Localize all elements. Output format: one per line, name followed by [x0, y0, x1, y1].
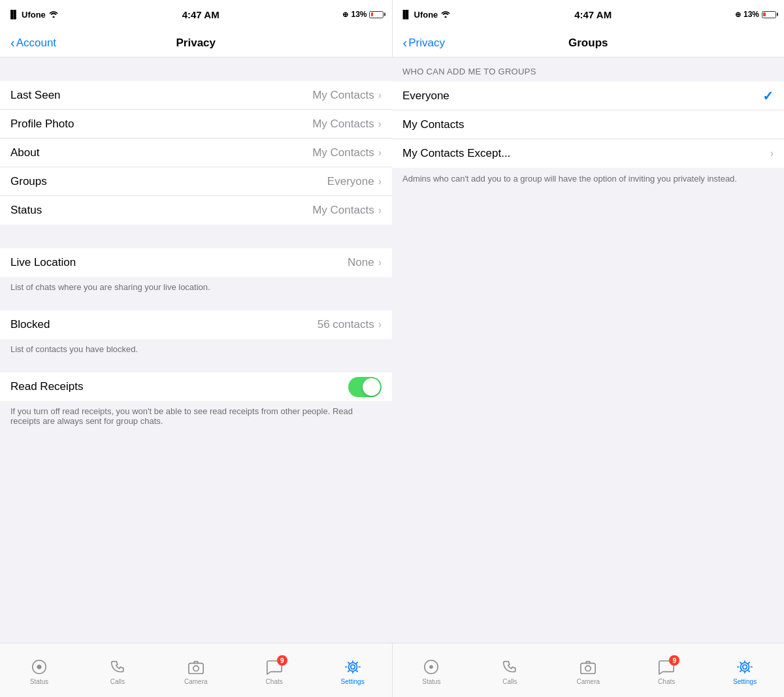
groups-row[interactable]: Groups Everyone ›: [0, 167, 392, 196]
right-tab-chats[interactable]: 9 Chats: [627, 658, 706, 685]
status-value: My Contacts: [312, 204, 374, 217]
last-seen-label: Last Seen: [10, 89, 61, 102]
blocked-value-wrapper: 56 contacts ›: [318, 318, 382, 331]
left-back-button[interactable]: ‹ Account: [10, 37, 56, 50]
read-receipts-toggle[interactable]: [348, 377, 382, 397]
right-nav-title: Groups: [568, 37, 608, 50]
live-location-value-wrapper: None ›: [348, 256, 382, 269]
about-value: My Contacts: [312, 146, 374, 159]
my-contacts-except-label: My Contacts Except...: [402, 147, 510, 160]
left-chats-badge: 9: [277, 655, 287, 666]
right-tab-status[interactable]: Status: [393, 658, 471, 685]
right-location-icon: ⊕: [735, 10, 741, 19]
right-wifi-icon: [440, 10, 451, 20]
groups-value: Everyone: [327, 175, 374, 188]
profile-photo-label: Profile Photo: [10, 118, 74, 131]
blocked-value: 56 contacts: [318, 318, 374, 331]
top-spacer-left: [0, 57, 392, 69]
profile-photo-row[interactable]: Profile Photo My Contacts ›: [0, 110, 392, 138]
right-tab-settings[interactable]: Settings: [706, 658, 784, 685]
left-camera-tab-label: Camera: [184, 678, 208, 685]
live-location-row[interactable]: Live Location None ›: [0, 248, 392, 277]
left-signal-icon: ▐▌: [8, 10, 19, 19]
left-nav-title: Privacy: [176, 37, 216, 50]
blocked-section: Blocked 56 contacts ›: [0, 310, 392, 339]
blocked-label: Blocked: [10, 318, 50, 331]
privacy-screen: Last Seen My Contacts › Profile Photo My…: [0, 57, 392, 643]
read-receipts-row[interactable]: Read Receipts: [0, 372, 392, 401]
right-chats-badge: 9: [669, 655, 679, 666]
left-tab-chats[interactable]: 9 Chats: [235, 658, 314, 685]
left-location-icon: ⊕: [342, 10, 348, 19]
left-settings-icon: [344, 658, 362, 676]
left-back-chevron-icon: ‹: [10, 36, 15, 49]
last-seen-value-wrapper: My Contacts ›: [312, 89, 382, 102]
svg-point-8: [348, 663, 357, 672]
right-tab-calls[interactable]: Calls: [470, 658, 549, 685]
last-seen-row[interactable]: Last Seen My Contacts ›: [0, 81, 392, 110]
left-tab-bar: Status Calls Camera: [0, 643, 393, 697]
blocked-chevron-icon: ›: [378, 319, 382, 331]
right-time: 4:47 AM: [574, 9, 612, 20]
svg-point-1: [445, 16, 447, 17]
left-chats-icon: 9: [265, 658, 284, 676]
last-seen-value: My Contacts: [312, 89, 374, 102]
live-location-section: Live Location None ›: [0, 248, 392, 277]
right-settings-icon: [736, 658, 754, 676]
left-tab-camera[interactable]: Camera: [157, 658, 235, 685]
everyone-option[interactable]: Everyone ✓: [392, 82, 784, 110]
toggle-knob: [363, 378, 380, 396]
visibility-section: Last Seen My Contacts › Profile Photo My…: [0, 81, 392, 225]
right-calls-tab-label: Calls: [502, 678, 517, 685]
left-wifi-icon: [48, 10, 59, 20]
read-receipts-section: Read Receipts: [0, 372, 392, 401]
right-battery-percent: 13%: [743, 10, 759, 19]
left-calls-tab-label: Calls: [110, 678, 125, 685]
my-contacts-option[interactable]: My Contacts: [392, 110, 784, 139]
right-tab-camera[interactable]: Camera: [549, 658, 627, 685]
live-location-caption: List of chats where you are sharing your…: [0, 277, 392, 299]
svg-rect-5: [189, 663, 203, 673]
svg-point-10: [430, 665, 434, 669]
left-tab-calls[interactable]: Calls: [78, 658, 157, 685]
groups-chevron-icon: ›: [378, 176, 382, 187]
main-screens: Last Seen My Contacts › Profile Photo My…: [0, 57, 784, 643]
right-status-icon: [422, 658, 440, 676]
right-status-tab-label: Status: [422, 678, 440, 685]
everyone-label: Everyone: [402, 89, 449, 103]
about-row[interactable]: About My Contacts ›: [0, 138, 392, 167]
right-tab-bar: Status Calls Camera: [393, 643, 785, 697]
status-row[interactable]: Status My Contacts ›: [0, 196, 392, 225]
read-receipts-label: Read Receipts: [10, 380, 84, 393]
status-chevron-icon: ›: [378, 204, 382, 216]
blocked-row[interactable]: Blocked 56 contacts ›: [0, 310, 392, 339]
svg-point-13: [743, 665, 747, 670]
left-calls-icon: [108, 658, 127, 676]
status-bars: ▐▌ Ufone 4:47 AM ⊕ 13% ▐▌ Ufone: [0, 0, 784, 29]
right-chats-tab-label: Chats: [658, 678, 675, 685]
groups-caption: Admins who can't add you to a group will…: [392, 168, 784, 193]
right-status-bar: ▐▌ Ufone 4:47 AM ⊕ 13%: [393, 0, 785, 29]
right-status-left: ▐▌ Ufone: [400, 10, 451, 20]
right-back-button[interactable]: ‹ Privacy: [403, 37, 445, 50]
about-value-wrapper: My Contacts ›: [312, 146, 382, 159]
left-tab-settings[interactable]: Settings: [314, 658, 392, 685]
left-battery-percent: 13%: [351, 10, 367, 19]
my-contacts-except-option[interactable]: My Contacts Except... ›: [392, 139, 784, 168]
left-carrier: Ufone: [22, 10, 46, 20]
right-back-label: Privacy: [408, 37, 445, 50]
svg-point-7: [350, 665, 355, 670]
left-tab-status[interactable]: Status: [0, 658, 78, 685]
left-status-tab-label: Status: [30, 678, 48, 685]
left-time: 4:47 AM: [182, 9, 220, 20]
left-status-right: ⊕ 13%: [342, 10, 384, 19]
right-nav-bar: ‹ Privacy Groups: [393, 29, 785, 57]
profile-photo-value: My Contacts: [312, 118, 374, 131]
left-status-left: ▐▌ Ufone: [8, 10, 59, 20]
read-receipts-caption: If you turn off read receipts, you won't…: [0, 401, 392, 432]
my-contacts-except-chevron-icon: ›: [770, 148, 774, 159]
groups-section-header: WHO CAN ADD ME TO GROUPS: [392, 57, 784, 82]
groups-screen: WHO CAN ADD ME TO GROUPS Everyone ✓ My C…: [392, 57, 784, 643]
right-back-chevron-icon: ‹: [403, 36, 408, 49]
status-label: Status: [10, 204, 42, 217]
